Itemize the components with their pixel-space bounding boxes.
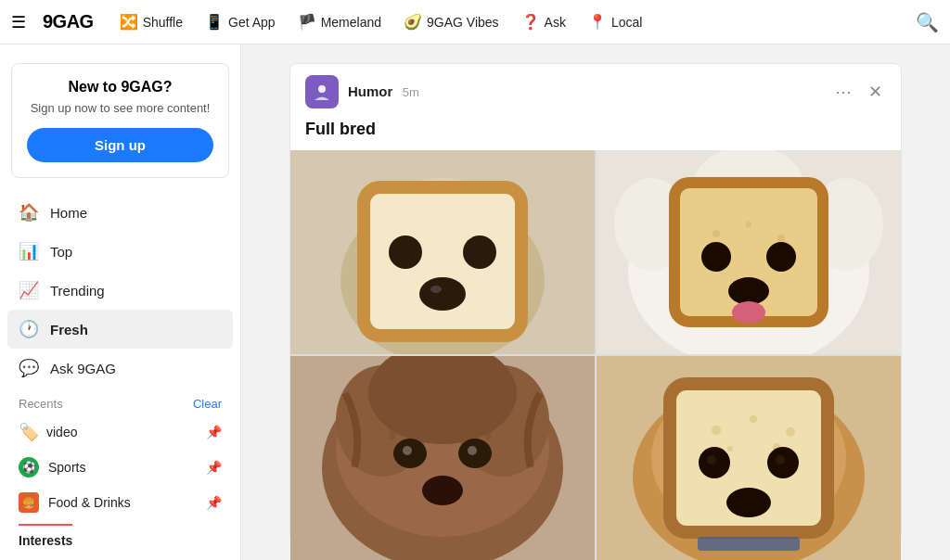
sidebar-item-top[interactable]: 📊 Top <box>7 232 233 271</box>
main-content: Humor 5m ⋯ ✕ Full bred <box>241 45 950 560</box>
sidebar-nav: 🏠 Home 📊 Top 📈 Trending 🕐 Fresh 💬 Ask 9G… <box>0 193 240 388</box>
post-close-button[interactable]: ✕ <box>865 78 886 106</box>
post-actions: ⋯ ✕ <box>831 78 886 106</box>
nav-item-local[interactable]: 📍 Local <box>579 7 651 36</box>
bar-chart-icon: 📊 <box>19 241 39 261</box>
avocado-icon: 🥑 <box>404 13 422 31</box>
post-time: 5m <box>403 85 419 99</box>
svg-point-1 <box>318 85 326 93</box>
chat-icon: 💬 <box>19 358 39 378</box>
post-avatar <box>305 75 339 108</box>
nav-item-ask[interactable]: ❓ Ask <box>512 7 575 36</box>
svg-point-24 <box>732 301 765 324</box>
shuffle-icon: 🔀 <box>120 13 138 31</box>
svg-point-48 <box>707 455 716 465</box>
sidebar-item-fresh[interactable]: 🕐 Fresh <box>7 310 233 349</box>
recents-clear-button[interactable]: Clear <box>193 397 222 411</box>
search-button[interactable]: 🔍 <box>916 11 939 33</box>
signup-title: New to 9GAG? <box>27 79 213 95</box>
hamburger-menu-icon[interactable]: ☰ <box>11 12 26 32</box>
sidebar-item-trending[interactable]: 📈 Trending <box>7 271 233 310</box>
post-title: Full bred <box>290 120 901 150</box>
svg-point-20 <box>777 235 785 242</box>
svg-point-23 <box>728 277 769 305</box>
food-icon: 🍔 <box>19 492 39 513</box>
recent-item-sports[interactable]: ⚽ Sports 📌 <box>0 450 240 485</box>
nav-item-vibes[interactable]: 🥑 9GAG Vibes <box>394 7 508 36</box>
svg-point-33 <box>403 446 412 455</box>
pin-icon-food[interactable]: 📌 <box>206 495 222 510</box>
top-nav: ☰ 9GAG 🔀 Shuffle 📱 Get App 🏴 Memeland 🥑 … <box>0 0 950 45</box>
svg-point-41 <box>712 426 721 435</box>
svg-point-50 <box>726 488 771 517</box>
post-image-3 <box>290 356 595 560</box>
interests-label: Interests <box>19 524 72 552</box>
svg-point-49 <box>776 455 785 465</box>
recent-item-food[interactable]: 🍔 Food & Drinks 📌 <box>0 485 240 520</box>
recent-item-video[interactable]: 🏷️ video 📌 <box>0 414 240 450</box>
post-image-4 <box>597 356 901 560</box>
svg-point-22 <box>766 242 796 272</box>
nav-item-get-app[interactable]: 📱 Get App <box>196 7 285 36</box>
post-header: Humor 5m ⋯ ✕ <box>290 64 901 120</box>
svg-point-43 <box>786 427 795 437</box>
svg-rect-51 <box>698 537 800 551</box>
interests-section: Interests <box>0 520 240 552</box>
recents-header: Recents Clear <box>0 388 240 414</box>
home-icon: 🏠 <box>19 202 39 223</box>
nav-items: 🔀 Shuffle 📱 Get App 🏴 Memeland 🥑 9GAG Vi… <box>110 7 899 36</box>
tag-icon: 🏷️ <box>19 422 37 442</box>
svg-point-35 <box>422 476 463 505</box>
svg-point-21 <box>701 242 731 272</box>
svg-point-42 <box>750 415 757 423</box>
svg-point-18 <box>712 230 720 237</box>
svg-point-34 <box>468 446 477 455</box>
flag-icon: 🏴 <box>298 13 316 31</box>
svg-point-19 <box>746 222 751 227</box>
phone-icon: 📱 <box>205 13 224 31</box>
clock-icon: 🕐 <box>19 319 39 339</box>
recents-label: Recents <box>19 397 63 411</box>
trending-icon: 📈 <box>19 280 39 300</box>
pin-icon-video[interactable]: 📌 <box>206 425 222 439</box>
post-meta: Humor 5m <box>348 83 822 100</box>
nav-item-memeland[interactable]: 🏴 Memeland <box>289 7 391 36</box>
signup-card: New to 9GAG? Sign up now to see more con… <box>11 63 229 178</box>
pin-icon-sports[interactable]: 📌 <box>206 460 222 475</box>
sports-circle-icon: ⚽ <box>19 457 39 477</box>
question-icon: ❓ <box>521 13 540 31</box>
svg-point-8 <box>463 235 496 269</box>
signup-button[interactable]: Sign up <box>27 128 213 162</box>
sidebar: New to 9GAG? Sign up now to see more con… <box>0 45 241 560</box>
svg-point-9 <box>419 277 466 311</box>
post-category[interactable]: Humor <box>348 83 392 99</box>
svg-point-7 <box>389 235 422 269</box>
svg-rect-5 <box>364 187 521 336</box>
svg-point-44 <box>727 446 733 452</box>
post-more-button[interactable]: ⋯ <box>831 78 855 106</box>
post-image-grid <box>290 150 901 560</box>
sidebar-item-ask9gag[interactable]: 💬 Ask 9GAG <box>7 349 233 388</box>
nav-item-shuffle[interactable]: 🔀 Shuffle <box>110 7 192 36</box>
post-image-1 <box>290 150 595 354</box>
svg-point-10 <box>430 286 442 293</box>
signup-subtitle: Sign up now to see more content! <box>27 101 213 115</box>
sidebar-item-home[interactable]: 🏠 Home <box>7 193 233 232</box>
post-image-2 <box>597 150 901 354</box>
pin-nav-icon: 📍 <box>588 13 607 31</box>
post-card: Humor 5m ⋯ ✕ Full bred <box>289 63 902 541</box>
main-layout: New to 9GAG? Sign up now to see more con… <box>0 45 950 560</box>
site-logo[interactable]: 9GAG <box>43 11 94 32</box>
